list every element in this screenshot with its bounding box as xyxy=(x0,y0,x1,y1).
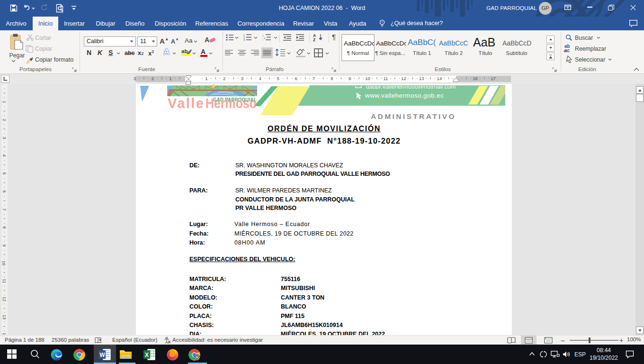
svg-text:2: 2 xyxy=(223,76,225,81)
svg-text:9: 9 xyxy=(349,76,351,81)
svg-text:1: 1 xyxy=(205,76,207,81)
svg-text:7: 7 xyxy=(2,208,7,210)
svg-text:13: 13 xyxy=(2,315,7,319)
svg-text:16: 16 xyxy=(473,76,478,81)
svg-text:6: 6 xyxy=(295,76,297,81)
svg-text:Z: Z xyxy=(313,37,315,42)
svg-text:8: 8 xyxy=(331,76,333,81)
svg-text:3: 3 xyxy=(134,76,136,81)
svg-text:www.vallehermoso.gob.ec: www.vallehermoso.gob.ec xyxy=(365,92,444,99)
svg-text:8: 8 xyxy=(2,226,7,228)
svg-text:X: X xyxy=(145,352,149,358)
svg-text:6: 6 xyxy=(2,190,7,192)
svg-text:1: 1 xyxy=(2,100,7,103)
svg-text:a: a xyxy=(264,36,266,39)
svg-text:12: 12 xyxy=(401,76,406,81)
svg-text:3: 3 xyxy=(241,76,243,81)
svg-text:5: 5 xyxy=(2,172,7,174)
svg-text:9: 9 xyxy=(2,244,7,246)
svg-text:4: 4 xyxy=(2,154,7,156)
svg-text:1: 1 xyxy=(169,76,171,81)
svg-text:2: 2 xyxy=(152,76,154,81)
svg-text:2: 2 xyxy=(2,118,7,121)
svg-text:5: 5 xyxy=(277,76,279,81)
svg-text:10: 10 xyxy=(1,261,6,265)
svg-text:7: 7 xyxy=(313,76,315,81)
svg-text:4: 4 xyxy=(259,76,261,81)
svg-text:i: i xyxy=(262,38,263,41)
svg-text:3: 3 xyxy=(2,136,7,139)
svg-text:11: 11 xyxy=(383,76,388,81)
svg-text:13: 13 xyxy=(419,76,424,81)
svg-text:12: 12 xyxy=(2,297,7,301)
svg-text:14: 14 xyxy=(437,76,442,81)
svg-text:3: 3 xyxy=(243,38,245,41)
svg-text:W: W xyxy=(99,352,105,358)
svg-text:Valle: Valle xyxy=(168,96,204,111)
svg-text:17: 17 xyxy=(491,76,496,81)
svg-text:Hermoso: Hermoso xyxy=(206,96,257,111)
svg-text:11: 11 xyxy=(2,279,7,283)
svg-text:10: 10 xyxy=(365,76,370,81)
